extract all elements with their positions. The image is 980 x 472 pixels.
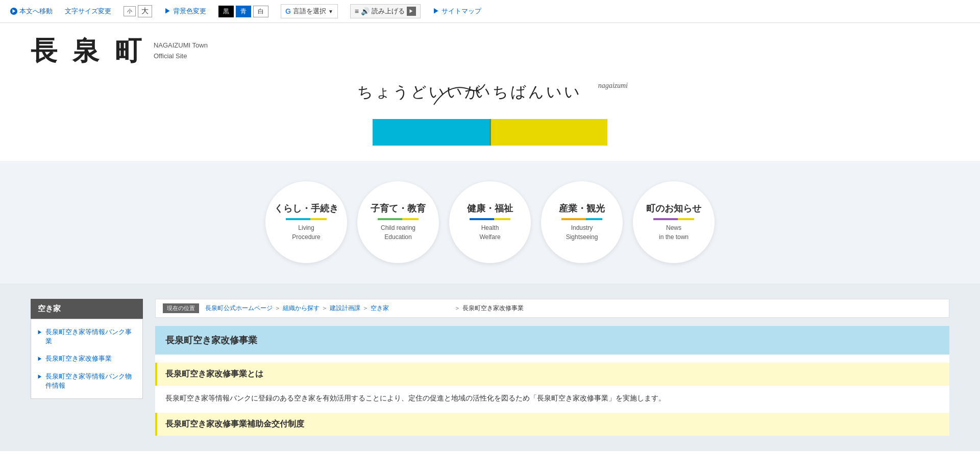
read-aloud-controls: ≡ 🔊 読み上げる ▶ <box>350 4 421 18</box>
breadcrumb-dept[interactable]: 建設計画課 <box>330 304 360 313</box>
hero-brand: nagaizumi <box>598 82 628 90</box>
nav-jp-living: くらし・手続き <box>274 203 338 215</box>
sidebar-item-label-0: 長泉町空き家等情報バンク事業 <box>45 327 136 346</box>
nav-jp-health: 健康・福祉 <box>467 203 513 215</box>
nav-accent-living <box>286 218 327 220</box>
bg-black-button[interactable]: 黒 <box>218 6 234 17</box>
sitemap-label: サイトマップ <box>442 7 481 16</box>
sidebar-item-label-2: 長泉町空き家等情報バンク物件情報 <box>45 372 136 390</box>
hero-bar-yellow <box>491 119 608 146</box>
nav-jp-industry: 産業・観光 <box>559 203 605 215</box>
breadcrumb-label: 現在の位置 <box>163 303 199 313</box>
site-subtitle: NAGAIZUMI Town Official Site <box>154 40 208 62</box>
font-small-button[interactable]: 小 <box>124 6 136 16</box>
nav-en1-living: Living <box>298 223 314 232</box>
breadcrumb-sep-2: ＞ <box>322 304 328 313</box>
arrow-sitemap-icon: ▶ <box>433 7 439 16</box>
sidebar-item-label-1: 長泉町空き家改修事業 <box>45 354 112 363</box>
breadcrumb-home[interactable]: 長泉町公式ホームページ <box>205 304 273 313</box>
font-large-button[interactable]: 大 <box>138 5 152 17</box>
top-bar: ▶ 本文へ移動 文字サイズ変更 小 大 ▶ 背景色変更 黒 青 白 G 言語を選… <box>0 0 980 23</box>
hero-text-right: いちばんいい <box>475 82 582 103</box>
nav-en2-news: in the town <box>659 232 689 242</box>
nav-accent-child <box>378 218 419 220</box>
nav-en2-health: Welfare <box>479 232 500 242</box>
section2-heading: 長泉町空き家改修事業補助金交付制度 <box>155 413 949 436</box>
nav-accent-health <box>470 218 510 220</box>
bg-color-controls: 黒 青 白 <box>218 6 268 17</box>
site-en1: NAGAIZUMI Town <box>154 40 208 51</box>
bg-blue-button[interactable]: 青 <box>236 6 251 17</box>
font-size-label: 文字サイズ変更 <box>65 7 111 16</box>
skip-to-content-link[interactable]: ▶ 本文へ移動 <box>10 7 53 16</box>
content-box: 長泉町空き家改修事業 長泉町空き家改修事業とは 長泉町空き家等情報バンクに登録の… <box>155 326 949 436</box>
sidebar-arrow-0: ▶ <box>37 329 42 336</box>
bg-color-label: ▶ 背景色変更 <box>164 7 206 16</box>
breadcrumb-akiya[interactable]: 空き家 <box>371 304 389 313</box>
chevron-down-icon: ▼ <box>328 9 333 14</box>
section1-heading: 長泉町空き家改修事業とは <box>155 363 949 386</box>
content-area: 空き家 ▶ 長泉町空き家等情報バンク事業 ▶ 長泉町空き家改修事業 ▶ 長泉町空… <box>0 284 980 451</box>
nav-circles: くらし・手続き Living Procedure 子育て・教育 Child re… <box>0 161 980 284</box>
hero-color-bar <box>373 119 607 146</box>
nav-circle-living[interactable]: くらし・手続き Living Procedure <box>265 181 347 263</box>
nav-en2-living: Procedure <box>292 232 320 242</box>
sidebar-item-2[interactable]: ▶ 長泉町空き家等情報バンク物件情報 <box>31 368 142 394</box>
sidebar: 空き家 ▶ 長泉町空き家等情報バンク事業 ▶ 長泉町空き家改修事業 ▶ 長泉町空… <box>31 299 143 436</box>
nav-en2-industry: Sightseeing <box>566 232 598 242</box>
translate-label: 言語を選択 <box>293 7 326 16</box>
play-button[interactable]: ▶ <box>407 7 416 16</box>
nav-circle-news[interactable]: 町のお知らせ News in the town <box>633 181 715 263</box>
breadcrumb-sep-4: ＞ <box>454 304 460 313</box>
nav-accent-industry <box>561 218 602 220</box>
speaker-icon: 🔊 <box>361 7 370 15</box>
arrow-right-icon: ▶ <box>10 8 17 15</box>
nav-en1-industry: Industry <box>571 223 593 232</box>
nav-en2-child: Education <box>384 232 411 242</box>
nav-jp-news: 町のお知らせ <box>646 203 701 215</box>
nav-en1-child: Child rearing <box>381 223 415 232</box>
sitemap-link[interactable]: ▶ サイトマップ <box>433 7 481 16</box>
nav-circle-industry[interactable]: 産業・観光 Industry Sightseeing <box>541 181 623 263</box>
nav-accent-news <box>653 218 694 220</box>
site-en2: Official Site <box>154 51 208 62</box>
nav-en1-news: News <box>666 223 681 232</box>
translate-button[interactable]: G 言語を選択 ▼ <box>281 4 338 18</box>
hero-curve-icon <box>429 79 490 110</box>
hero-bar-cyan <box>373 119 489 146</box>
page-title: 長泉町空き家改修事業 <box>155 326 949 355</box>
font-size-controls: 小 大 <box>124 5 152 17</box>
breadcrumb-sep-3: ＞ <box>362 304 369 313</box>
sidebar-title: 空き家 <box>31 299 143 319</box>
breadcrumb-sep-1: ＞ <box>275 304 281 313</box>
menu-icon: ≡ <box>355 7 359 15</box>
sidebar-item-0[interactable]: ▶ 長泉町空き家等情報バンク事業 <box>31 323 142 350</box>
nav-en1-health: Health <box>481 223 499 232</box>
site-title: 長 泉 町 <box>31 33 145 69</box>
breadcrumb: 現在の位置 長泉町公式ホームページ ＞ 組織から探す ＞ 建設計画課 ＞ 空き家… <box>155 299 949 318</box>
bg-white-button[interactable]: 白 <box>253 6 268 17</box>
sidebar-item-1[interactable]: ▶ 長泉町空き家改修事業 <box>31 350 142 367</box>
skip-label: 本文へ移動 <box>19 7 53 16</box>
nav-jp-child: 子育て・教育 <box>371 203 426 215</box>
nav-circle-health[interactable]: 健康・福祉 Health Welfare <box>449 181 531 263</box>
section1-text: 長泉町空き家等情報バンクに登録のある空き家を有効活用することにより、定住の促進と… <box>155 392 949 413</box>
site-header: 長 泉 町 NAGAIZUMI Town Official Site <box>0 23 980 74</box>
hero-banner: ちょうどいいが いちばんいい nagaizumi <box>0 74 980 161</box>
read-aloud-label: 読み上げる <box>372 7 405 16</box>
main-content: 現在の位置 長泉町公式ホームページ ＞ 組織から探す ＞ 建設計画課 ＞ 空き家… <box>143 299 949 436</box>
google-icon: G <box>285 7 291 15</box>
sidebar-arrow-1: ▶ <box>37 356 42 363</box>
breadcrumb-current: 長泉町空き家改修事業 <box>462 304 524 313</box>
arrow-bg-icon: ▶ <box>164 7 171 16</box>
nav-circle-child[interactable]: 子育て・教育 Child rearing Education <box>357 181 439 263</box>
sidebar-nav: ▶ 長泉町空き家等情報バンク事業 ▶ 長泉町空き家改修事業 ▶ 長泉町空き家等情… <box>31 319 143 399</box>
breadcrumb-org[interactable]: 組織から探す <box>283 304 320 313</box>
sidebar-arrow-2: ▶ <box>37 373 42 381</box>
